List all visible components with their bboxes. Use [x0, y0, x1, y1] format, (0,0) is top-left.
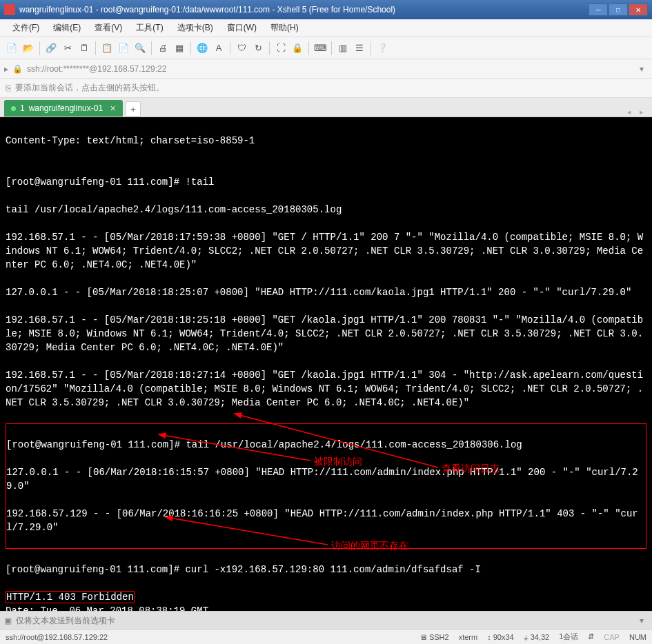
term-line: Date: Tue, 06 Mar 2018 08:38:19 GMT	[6, 604, 646, 611]
paste-icon[interactable]: 📄	[116, 41, 131, 56]
tab-status-dot	[11, 106, 16, 111]
hint-icon[interactable]: ⎘	[6, 83, 11, 93]
window-buttons: ─ □ ✕	[589, 3, 648, 16]
app-window: wangruifenglinux-01 - root@wangruifeng-0…	[0, 0, 652, 644]
app-icon	[4, 4, 15, 15]
status-cap: CAP	[604, 633, 620, 641]
lock-icon[interactable]: 🔒	[290, 41, 305, 56]
tab-bar: 1 wangruifenglinux-01 ✕ + ◂ ▸	[0, 98, 652, 117]
print-icon[interactable]: 🖨	[155, 41, 170, 56]
view2-icon[interactable]: ▥	[335, 41, 350, 56]
term-line: tail /usr/local/apache2.4/logs/111.com-a…	[6, 203, 646, 217]
status-size: ↕ 90x34	[487, 633, 513, 641]
hint-text: 要添加当前会话，点击左侧的箭头按钮。	[15, 82, 164, 94]
properties-icon[interactable]: 🗒	[77, 41, 92, 56]
reconnect-icon[interactable]: 🔗	[43, 41, 59, 56]
titlebar[interactable]: wangruifenglinux-01 - root@wangruifeng-0…	[0, 0, 652, 19]
menu-edit[interactable]: 编辑(E)	[48, 20, 86, 36]
menu-view[interactable]: 查看(V)	[89, 20, 128, 36]
keyboard-icon[interactable]: ⌨	[313, 41, 328, 56]
highlight-box-2: HTTP/1.1 403 Forbidden	[6, 591, 135, 603]
session-tab[interactable]: 1 wangruifenglinux-01 ✕	[4, 100, 123, 117]
address-bar: ▸ 🔒 ssh://root:********@192.168.57.129:2…	[0, 59, 652, 79]
term-line: 192.168.57.1 - - [05/Mar/2018:18:25:18 +…	[6, 313, 646, 354]
tab-close-icon[interactable]: ✕	[110, 104, 116, 113]
term-line: 192.168.57.1 - - [05/Mar/2018:17:59:38 +…	[6, 230, 646, 272]
tab-nav-next[interactable]: ▸	[635, 108, 648, 117]
list-icon[interactable]: ☰	[352, 41, 367, 56]
window-title: wangruifenglinux-01 - root@wangruifeng-0…	[19, 5, 589, 14]
status-num: NUM	[629, 633, 646, 641]
address-text[interactable]: ssh://root:********@192.168.57.129:22	[27, 64, 635, 74]
menu-options[interactable]: 选项卡(B)	[172, 20, 219, 36]
status-ssh: 🖥 SSH2	[419, 633, 449, 641]
toolbar: 📄 📂 🔗 ✂ 🗒 📋 📄 🔍 🖨 ▦ 🌐 A 🛡 ↻ ⛶ 🔒 ⌨ ▥ ☰ ❔	[0, 37, 652, 59]
menu-tools[interactable]: 工具(T)	[130, 20, 168, 36]
refresh-icon[interactable]: ↻	[250, 41, 266, 56]
script-icon[interactable]: 🛡	[234, 41, 249, 56]
term-line: 192.168.57.1 - - [05/Mar/2018:18:27:14 +…	[6, 368, 646, 410]
status-pos: ⏚ 34,32	[524, 633, 550, 641]
disconnect-icon[interactable]: ✂	[60, 41, 75, 56]
menubar: 文件(F) 编辑(E) 查看(V) 工具(T) 选项卡(B) 窗口(W) 帮助(…	[0, 19, 652, 37]
inputbar-dropdown-icon[interactable]: ▾	[635, 616, 648, 625]
terminal[interactable]: Content-Type: text/html; charset=iso-885…	[0, 117, 652, 611]
status-connection: ssh://root@192.168.57.129:22	[6, 633, 410, 641]
term-line: HTTP/1.1 403 Forbidden	[6, 592, 134, 603]
new-tab-button[interactable]: +	[126, 101, 141, 117]
lock-icon-addr: 🔒	[12, 64, 23, 74]
addrbar-icon[interactable]: ▸	[4, 64, 8, 74]
help-icon[interactable]: ❔	[375, 41, 390, 56]
minimize-button[interactable]: ─	[589, 3, 608, 16]
term-line: 127.0.0.1 - - [05/Mar/2018:18:25:07 +080…	[6, 285, 646, 299]
copy-icon[interactable]: 📋	[99, 41, 115, 56]
menu-window[interactable]: 窗口(W)	[221, 20, 262, 36]
status-updown-icon: ⇵	[588, 632, 594, 641]
tab-index: 1	[20, 103, 25, 113]
status-sessions: 1会话	[559, 632, 578, 642]
menu-help[interactable]: 帮助(H)	[265, 20, 304, 36]
term-line: [root@wangruifeng-01 111.com]# curl -x19…	[6, 563, 646, 576]
layout-icon[interactable]: ▦	[172, 41, 187, 56]
fullscreen-icon[interactable]: ⛶	[273, 41, 288, 56]
annotation-log: 查看访问日志	[442, 462, 500, 476]
tab-nav-prev[interactable]: ◂	[623, 108, 635, 117]
maximize-button[interactable]: □	[609, 3, 628, 16]
addr-dropdown-icon[interactable]: ▾	[635, 64, 648, 74]
term-line: 192.168.57.129 - - [06/Mar/2018:16:16:25…	[6, 507, 646, 534]
find-icon[interactable]: 🔍	[132, 41, 148, 56]
term-line: [root@wangruifeng-01 111.com]# tail /usr…	[6, 438, 646, 452]
command-input[interactable]	[16, 616, 635, 625]
new-session-icon[interactable]: 📄	[4, 41, 19, 56]
term-line: 127.0.0.1 - - [06/Mar/2018:16:15:57 +080…	[6, 465, 646, 493]
tab-label: wangruifenglinux-01	[29, 103, 103, 113]
globe-icon[interactable]: 🌐	[195, 41, 210, 56]
term-line: [root@wangruifeng-01 111.com]# !tail	[6, 175, 646, 189]
input-bar: ▣ ▾	[0, 611, 652, 629]
status-bar: ssh://root@192.168.57.129:22 🖥 SSH2 xter…	[0, 629, 652, 644]
close-button[interactable]: ✕	[629, 3, 648, 16]
hint-bar: ⎘ 要添加当前会话，点击左侧的箭头按钮。	[0, 79, 652, 98]
menu-file[interactable]: 文件(F)	[7, 20, 45, 36]
open-icon[interactable]: 📂	[21, 41, 36, 56]
highlight-box-1: [root@wangruifeng-01 111.com]# tail /usr…	[6, 423, 646, 549]
annotation-forbidden: 被限制访问	[314, 455, 362, 469]
inputbar-icon: ▣	[4, 616, 12, 625]
annotation-notfound: 访问的网页不存在	[331, 539, 408, 553]
status-term: xterm	[459, 633, 478, 641]
term-line: Content-Type: text/html; charset=iso-885…	[6, 134, 646, 148]
font-icon[interactable]: A	[211, 41, 226, 56]
